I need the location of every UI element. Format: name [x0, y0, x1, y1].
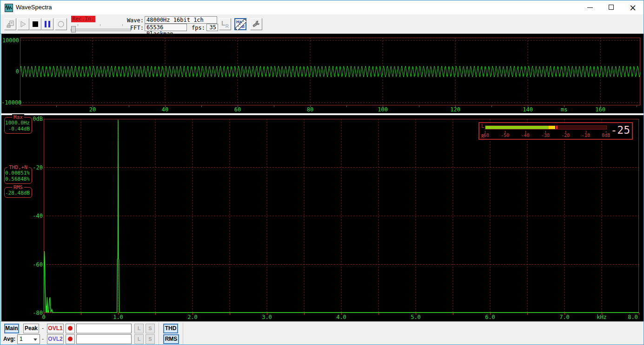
axis-tick: [155, 313, 156, 315]
axis-tick-label: kHz: [592, 314, 611, 320]
stop-button[interactable]: [29, 18, 41, 30]
ovl1-button[interactable]: OVL1: [47, 324, 64, 333]
axis-tick-label: 160: [591, 106, 610, 113]
wrench-icon: [251, 19, 262, 30]
settings-button[interactable]: [250, 18, 262, 30]
close-icon: ×: [629, 2, 637, 13]
status-bar: Main Peak - OVL1 L S Avg: 1 - OVL2 L S T…: [0, 321, 644, 345]
stop-icon: [30, 19, 41, 30]
main-button[interactable]: Main: [4, 324, 19, 333]
meter-scale-label: -10: [578, 133, 594, 138]
axis-tick: [491, 105, 492, 107]
axis-tick: [453, 313, 453, 315]
axis-tick-label: ms: [555, 106, 573, 113]
meter-peak-mark: [556, 126, 558, 129]
close-button[interactable]: ×: [622, 0, 644, 14]
axis-tick: [267, 313, 267, 315]
ovl2-save-button[interactable]: S: [146, 334, 155, 344]
axis-tick-label: 0: [34, 314, 53, 320]
fft-label: FFT:: [124, 25, 144, 31]
axis-tick: [44, 313, 44, 315]
hz-db-axis-button[interactable]: Hz dB: [234, 18, 246, 30]
slider-tick: [100, 24, 100, 26]
slider-tick: [78, 24, 78, 26]
peak-button[interactable]: Peak: [23, 324, 39, 333]
axis-tick: [118, 313, 119, 315]
ovl1-file-input[interactable]: [76, 324, 132, 333]
rms-button[interactable]: RMS: [163, 334, 179, 344]
axis-tick: [637, 105, 637, 107]
axis-tick-label: 8.0: [624, 314, 642, 320]
fft-settings-field: 65536 Blackman: [145, 24, 187, 31]
record-button[interactable]: [55, 18, 67, 30]
axis-tick-label: 20: [83, 106, 102, 113]
meter-channel-l: L: [481, 124, 484, 129]
axis-tick-label: 0: [1, 68, 19, 75]
lr-l-label: L: [221, 20, 226, 27]
meter-track: [485, 125, 607, 130]
axis-tick: [639, 313, 639, 315]
slider-thumb[interactable]: [71, 26, 76, 33]
meter-scale-label: -60: [477, 133, 493, 138]
ovl1-load-button[interactable]: L: [134, 324, 144, 333]
wave-label: Wave:: [124, 17, 144, 24]
divider: [183, 323, 183, 345]
axis-tick: [419, 105, 419, 107]
ovl1-record-button[interactable]: [66, 324, 75, 333]
open-device-button[interactable]: [4, 18, 16, 30]
level-meter: L R -60-50-40-30-20-100dB -25: [478, 122, 633, 140]
fps-field: 35: [206, 24, 218, 31]
dash-1: -: [42, 325, 44, 332]
rms-readout-box: RMS -28.48dB: [4, 187, 32, 198]
wave-format-field: 48000Hz 16bit 1ch: [145, 16, 217, 24]
ovl2-load-button[interactable]: L: [134, 334, 144, 344]
axis-tick-label: 4.0: [332, 314, 351, 320]
axis-tick: [238, 105, 238, 107]
axis-tick-label: -40: [24, 213, 43, 219]
pause-button[interactable]: [41, 18, 53, 30]
axis-tick-label: 40: [156, 106, 174, 113]
play-icon: [18, 19, 29, 30]
axis-tick: [564, 105, 564, 107]
axis-tick: [602, 313, 602, 315]
axis-tick: [528, 105, 528, 107]
title-bar[interactable]: WaveSpectra ×: [0, 0, 644, 14]
avg-select[interactable]: 1: [17, 334, 40, 344]
axis-tick-label: -60: [24, 261, 43, 268]
axis-tick: [193, 313, 193, 315]
axis-tick: [378, 313, 379, 315]
maximize-icon: [609, 5, 614, 10]
slider-track[interactable]: [71, 29, 131, 31]
max-frequency-value: 1000.0Hz: [5, 120, 32, 126]
ovl2-button[interactable]: OVL2: [47, 334, 64, 344]
waveform-panel: 100000-10000 20406080100120140160ms: [1, 34, 644, 113]
rec-in-indicator: Rec.In.: [71, 16, 95, 22]
axis-tick-label: 10000: [1, 37, 19, 44]
thd-button[interactable]: THD: [163, 324, 178, 333]
rms-label: RMS: [12, 184, 24, 190]
axis-tick: [527, 313, 528, 315]
window-title: WaveSpectra: [16, 4, 52, 11]
ovl1-save-button[interactable]: S: [146, 324, 155, 333]
avg-label: Avg:: [3, 336, 15, 342]
app-window: WaveSpectra ×: [0, 0, 644, 345]
axis-tick: [341, 313, 342, 315]
axis-tick: [416, 313, 416, 315]
axis-tick: [165, 105, 166, 107]
waveform-plot: [20, 38, 640, 105]
thd-readout-box: THD,+N 0.00851% 0.56848%: [4, 167, 32, 184]
ovl2-file-input[interactable]: [76, 334, 132, 344]
lr-channel-button[interactable]: L R: [219, 18, 231, 30]
volume-slider[interactable]: [71, 26, 130, 33]
play-button[interactable]: [17, 18, 29, 30]
max-label: Max: [12, 114, 24, 120]
maximize-button[interactable]: [601, 0, 622, 14]
minimize-icon: [587, 7, 593, 8]
spectrum-panel: 0dB-20-40-60-80 01.02.03.04.05.06.07.08.…: [1, 115, 644, 321]
minimize-button[interactable]: [579, 0, 601, 14]
meter-scale-label: -40: [518, 133, 533, 138]
lr-r-label: R: [226, 24, 229, 29]
dash-2: -: [42, 336, 44, 342]
toolbar: Rec.In. Wave: 48000Hz 16bit 1ch FFT: 655…: [0, 14, 644, 34]
ovl2-record-button[interactable]: [66, 334, 75, 344]
